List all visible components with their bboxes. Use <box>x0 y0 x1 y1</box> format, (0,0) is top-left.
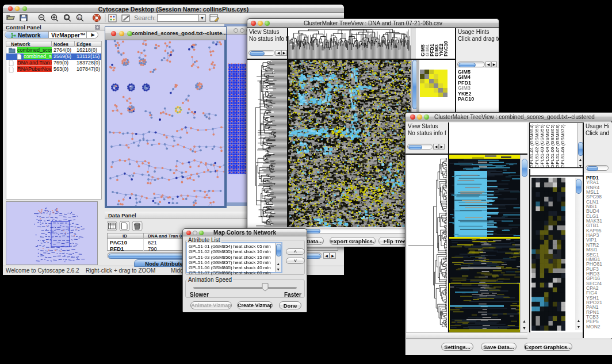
svg-text:Search:: Search: <box>134 14 156 21</box>
svg-text:1:1: 1:1 <box>78 16 82 20</box>
